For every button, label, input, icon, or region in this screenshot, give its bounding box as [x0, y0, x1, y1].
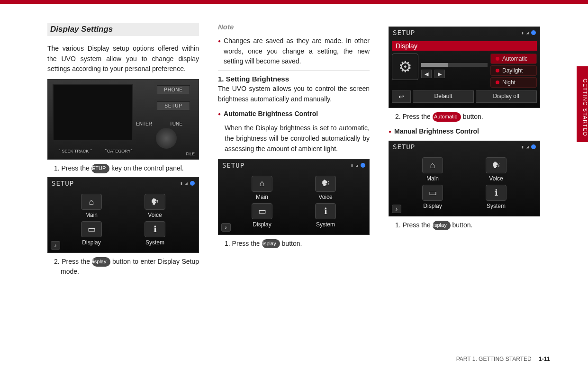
info-icon: ℹ: [145, 221, 165, 237]
bullet-icon: ●: [218, 109, 221, 119]
setup-menu-figure-1: SETUP ▮◢ ⌂Main 🗣Voice ▭Display ℹSystem ♪: [47, 177, 199, 253]
automatic-key: ●Automatic: [433, 112, 461, 122]
step-text: 1. Press the: [395, 221, 433, 229]
step-text: 2. Press the: [395, 113, 433, 120]
cell-label: Display: [403, 203, 462, 209]
hw-tune-label: TUNE: [170, 121, 182, 126]
column-3: SETUP ▮◢ Display ⚙ ◀ ▶ Automatic: [389, 23, 540, 340]
hw-screen: [53, 84, 133, 141]
left-arrow-icon: ◀: [421, 70, 432, 78]
cell-label: System: [126, 239, 184, 246]
status-icons: ▮◢: [521, 30, 536, 35]
cell-label: System: [467, 203, 525, 209]
bluetooth-icon: [361, 163, 365, 168]
cell-label: Main: [403, 175, 462, 182]
now-playing-tab: ♪: [51, 241, 60, 250]
display-icon: ▭: [81, 221, 102, 237]
section-title: Display Settings: [47, 23, 199, 36]
col3-step-2: 2. Press the ●Automatic button.: [395, 112, 540, 122]
opt-label: Daylight: [502, 67, 523, 74]
cell-label: Main: [62, 212, 121, 218]
note-text: Changes are saved as they are made. In o…: [224, 36, 370, 67]
hw-phone-button: PHONE: [157, 85, 190, 94]
section-side-tab: GETTING STARTED: [577, 66, 588, 142]
gear-icon: ⚙: [392, 54, 418, 80]
manual-heading-row: ● Manual Brightness Control: [389, 126, 540, 137]
home-icon: ⌂: [422, 157, 443, 173]
step-text: 1. Press the: [225, 240, 262, 247]
fig-title-bar: SETUP ▮◢: [218, 160, 369, 171]
bluetooth-icon: [531, 144, 536, 149]
option-automatic: Automatic: [490, 54, 537, 64]
now-playing-tab: ♪: [221, 223, 231, 232]
default-button: Default: [413, 90, 474, 103]
setup-key: SETUP: [91, 164, 110, 173]
voice-icon: 🗣: [145, 194, 165, 210]
step-text: 2. Press the: [54, 258, 92, 265]
option-night: Night: [490, 77, 537, 88]
auto-body: When the Display brightness is set to au…: [218, 123, 370, 154]
option-daylight: Daylight: [490, 65, 537, 76]
col1-step-2: 2. Press the Display button to enter Dis…: [54, 257, 199, 277]
fig-title-bar: SETUP ▮◢: [48, 178, 199, 189]
fig-title-bar: SETUP ▮◢: [389, 27, 540, 38]
col2-step-1: 1. Press the Display button.: [225, 239, 370, 249]
fig-title-bar: SETUP ▮◢: [389, 141, 540, 153]
step-text: button.: [461, 113, 483, 120]
display-key: Display: [262, 239, 280, 249]
note-bullet: ● Changes are saved as they are made. In…: [218, 36, 370, 67]
divider: [218, 32, 370, 32]
col1-step-1: 1. Press the SETUP key on the control pa…: [54, 163, 199, 173]
hw-tune-knob: [156, 128, 177, 149]
step-text: 1. Press the: [54, 164, 91, 172]
footer-part: PART 1. GETTING STARTED: [456, 356, 532, 362]
hw-setup-button: SETUP: [157, 101, 190, 110]
hw-seek-label: ˅ SEEK TRACK ˄: [58, 149, 92, 153]
info-icon: ℹ: [315, 203, 336, 219]
footer-page-number: 1-11: [539, 356, 550, 362]
subsection-heading: 1. Setting Brightness: [218, 75, 370, 83]
opt-label: Night: [502, 79, 516, 86]
display-off-button: Display off: [476, 90, 537, 103]
status-icons: ▮◢: [521, 144, 536, 149]
bullet-icon: ●: [389, 126, 391, 137]
page-content: Display Settings The various Display set…: [0, 4, 588, 349]
auto-heading: Automatic Brightness Control: [224, 109, 318, 119]
status-icons: ▮◢: [351, 163, 365, 168]
step-text: button.: [451, 221, 473, 229]
key-label: Automatic: [434, 114, 457, 119]
fig-title: SETUP: [222, 162, 244, 169]
subsection-body: The UVO system allows you to control the…: [218, 84, 370, 104]
brightness-options-figure: SETUP ▮◢ Display ⚙ ◀ ▶ Automatic: [389, 27, 540, 108]
cell-label: Voice: [296, 194, 355, 200]
cell-label: Display: [233, 221, 291, 228]
intro-paragraph: The various Display setup options offere…: [47, 44, 199, 74]
auto-heading-row: ● Automatic Brightness Control: [218, 109, 370, 119]
status-icons: ▮◢: [180, 181, 195, 186]
divider: [218, 71, 370, 71]
cell-label: Voice: [467, 175, 525, 182]
cell-label: Main: [233, 194, 291, 200]
step-text: button.: [280, 240, 302, 247]
manual-heading: Manual Brightness Control: [394, 126, 479, 137]
opt-label: Automatic: [502, 55, 527, 62]
display-header: Display: [392, 41, 537, 51]
note-heading: Note: [218, 23, 370, 31]
column-1: Display Settings The various Display set…: [47, 23, 199, 340]
display-icon: ▭: [252, 203, 272, 219]
home-icon: ⌂: [252, 176, 272, 192]
display-key: Display: [433, 221, 451, 230]
column-2: Note ● Changes are saved as they are mad…: [218, 23, 370, 340]
top-red-bar: [0, 0, 588, 4]
fig-title: SETUP: [393, 29, 415, 36]
setup-menu-figure-3: SETUP ▮◢ ⌂Main 🗣Voice ▭Display ℹSystem ♪: [389, 141, 540, 216]
step-text: key on the control panel.: [109, 164, 183, 172]
page-footer: PART 1. GETTING STARTED 1-11: [456, 356, 550, 362]
voice-icon: 🗣: [315, 176, 336, 192]
display-key: Display: [92, 257, 110, 267]
cell-label: System: [296, 221, 355, 228]
brightness-slider: ◀ ▶: [421, 54, 488, 88]
info-icon: ℹ: [486, 185, 507, 201]
hardware-panel-figure: PHONE SETUP ENTER TUNE ˅ SEEK TRACK ˄ ˅C…: [47, 79, 199, 160]
cell-label: Display: [62, 239, 121, 246]
